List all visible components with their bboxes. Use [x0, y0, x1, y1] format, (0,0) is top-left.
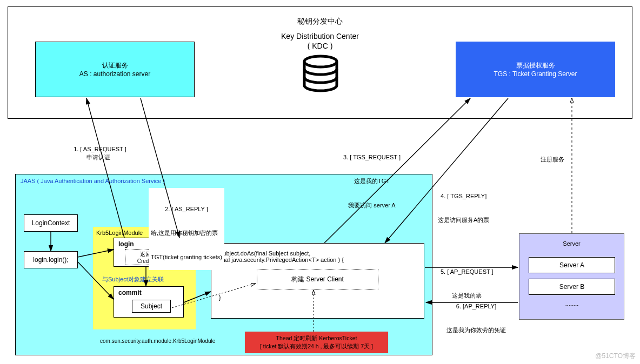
doas-inner-box: 构建 Server Client — [257, 269, 378, 289]
doas-line2: final java.security.PrivilegedAction<T> … — [219, 257, 416, 263]
register-label: 注册服务 — [541, 156, 564, 164]
thread-note-1: Thead 定时刷新 KerberosTicket — [276, 334, 357, 342]
module-path: com.sun.security.auth.module.Krb5LoginMo… — [100, 338, 215, 345]
subject-box: Subject — [132, 300, 171, 313]
step2b: 给,这是用你秘钥加密的票 — [151, 229, 222, 237]
login-context-box: LoginContext — [24, 214, 78, 232]
as-title-en: AS : authorization server — [79, 70, 150, 78]
thread-note-2: [ ticket 默认有效期24 h , 最多可以续期 7天 ] — [260, 342, 373, 350]
step1: 1. [ AS_REQUEST ] — [70, 137, 126, 153]
step1b: 申请认证 — [86, 153, 110, 161]
tgs-title-cn: 票据授权服务 — [516, 61, 555, 70]
as-title-cn: 认证服务 — [102, 61, 128, 70]
doas-inner-label: 构建 Server Client — [291, 275, 344, 284]
svg-point-0 — [304, 56, 337, 67]
step1a: 1. [ AS_REQUEST ] — [74, 146, 126, 152]
step3: 3. [ TGS_REQUEST ] 这是我的TGT 我要访问 server A — [343, 137, 401, 217]
step5a: 5. [ AP_REQUEST ] — [441, 268, 494, 276]
doas-close: } — [219, 294, 416, 301]
assoc-label: 与Subject对象建立关联 — [102, 275, 164, 284]
step6: 6. [AP_REPLY] 这是我为你效劳的凭证 — [446, 286, 506, 342]
step2c: TGT(ticket granting tickets) — [151, 253, 222, 261]
subject-box-label: Subject — [141, 302, 162, 310]
thread-note-box: Thead 定时刷新 KerberosTicket [ ticket 默认有效期… — [245, 332, 388, 353]
doas-line1: Subject.doAs(final Subject subject, — [219, 250, 416, 257]
step3a: 3. [ TGS_REQUEST ] — [343, 153, 401, 161]
server-b-box: Server B — [529, 279, 615, 295]
server-a-label: Server A — [559, 261, 584, 269]
jaas-title: JAAS ( Java Authentication and Authoriza… — [21, 177, 165, 185]
tgs-title-en: TGS : Ticket Granting Server — [494, 70, 577, 78]
server-title: Server — [519, 240, 624, 248]
step4a: 4. [ TGS_REPLY] — [438, 192, 489, 200]
server-a-box: Server A — [529, 257, 615, 273]
krb5-module-label: Krb5LoginModule — [96, 229, 143, 237]
step4: 4. [ TGS_REPLY] 这是访问服务A的票 — [438, 176, 489, 232]
database-icon — [299, 54, 342, 97]
step3b: 这是我的TGT — [343, 177, 401, 185]
watermark: @51CTO博客 — [595, 352, 636, 361]
step6b: 这是我为你效劳的凭证 — [446, 326, 506, 334]
server-b-label: Server B — [559, 283, 585, 291]
kdc-title-en: Key Distribution Center — [0, 31, 640, 42]
login-call-box: login.login(); — [24, 251, 78, 268]
commit-box-label: commit — [118, 289, 179, 296]
tgs-box: 票据授权服务 TGS : Ticket Granting Server — [456, 42, 615, 97]
step2: 2. [ AS_REPLY ] 给,这是用你秘钥加密的票 TGT(ticket … — [149, 188, 224, 270]
step4b: 这是访问服务A的票 — [438, 216, 489, 224]
step6a: 6. [AP_REPLY] — [446, 302, 506, 311]
login-context-label: LoginContext — [32, 219, 70, 227]
as-box: 认证服务 AS : authorization server — [35, 42, 195, 97]
server-dots: ........ — [529, 300, 615, 308]
kdc-title-cn: 秘钥分发中心 — [0, 16, 640, 26]
step3c: 我要访问 server A — [343, 201, 401, 210]
login-call-label: login.login(); — [33, 256, 68, 264]
step2a: 2. [ AS_REPLY ] — [151, 205, 222, 213]
